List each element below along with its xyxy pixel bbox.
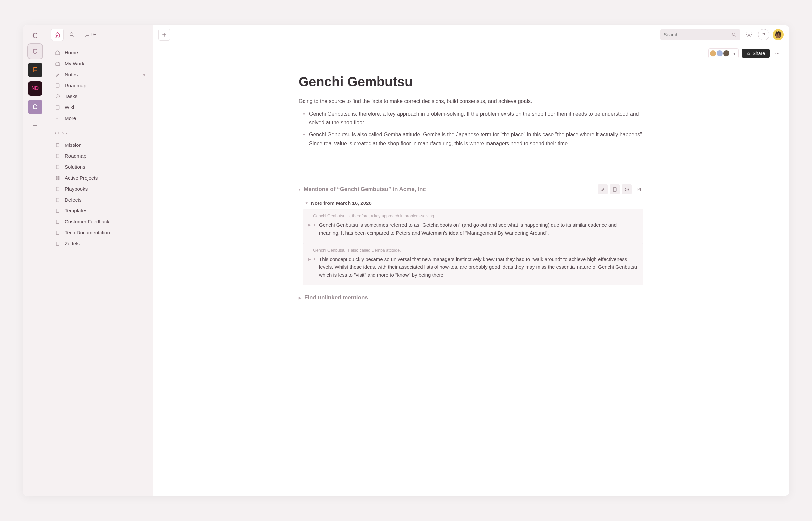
- chevron-right-icon[interactable]: ▶: [308, 223, 311, 227]
- settings-button[interactable]: [743, 29, 755, 41]
- workspace-4[interactable]: C: [28, 100, 42, 114]
- external-icon: [636, 187, 641, 192]
- chat-button[interactable]: 9+: [81, 29, 100, 41]
- unlinked-mentions-toggle[interactable]: ▶ Find unlinked mentions: [299, 294, 643, 301]
- filter-task[interactable]: [622, 184, 632, 194]
- doc-icon: [55, 241, 61, 246]
- share-button[interactable]: Share: [742, 49, 770, 58]
- pin-mission[interactable]: Mission: [47, 139, 153, 151]
- page-title[interactable]: Genchi Gembutsu: [299, 74, 643, 89]
- chevron-right-icon[interactable]: ▶: [308, 257, 311, 261]
- doc-icon: [55, 208, 61, 213]
- svg-rect-4: [56, 106, 59, 109]
- avatar-face: 🧑🏾: [774, 31, 782, 39]
- search-icon: [69, 32, 75, 38]
- search-icon: [731, 32, 737, 38]
- pin-label: Tech Documentation: [65, 230, 110, 235]
- pin-customer-feedback[interactable]: Customer Feedback: [47, 216, 153, 227]
- workspace-rail: C C F ND C: [23, 25, 47, 496]
- pin-solutions[interactable]: Solutions: [47, 161, 153, 172]
- workspace-2[interactable]: F: [28, 63, 42, 77]
- search-box[interactable]: [660, 29, 740, 41]
- svg-rect-20: [748, 53, 750, 55]
- workspace-1[interactable]: C: [28, 44, 42, 59]
- app-frame: C C F ND C 9+ Home: [23, 25, 789, 496]
- pins-label: PINS: [58, 131, 67, 135]
- grid-icon: [55, 176, 61, 180]
- mention-card[interactable]: Genchi Genbutsu is, therefore, a key app…: [302, 209, 643, 243]
- pin-defects[interactable]: Defects: [47, 194, 153, 205]
- app-logo: C: [32, 31, 38, 40]
- pin-templates[interactable]: Templates: [47, 205, 153, 216]
- pin-label: Roadmap: [65, 153, 86, 159]
- sidebar-item-wiki[interactable]: Wiki: [47, 102, 153, 113]
- bullet-item[interactable]: Genchi Genbutsu is also called Gemba att…: [309, 130, 643, 148]
- search-input[interactable]: [664, 32, 729, 38]
- bullet-item[interactable]: Genchi Genbutsu is, therefore, a key app…: [309, 110, 643, 127]
- mention-context: Genchi Genbutsu is, therefore, a key app…: [313, 214, 637, 219]
- edit-icon: [55, 72, 61, 77]
- pin-active-projects[interactable]: Active Projects: [47, 172, 153, 183]
- workspace-3[interactable]: ND: [28, 81, 42, 96]
- pin-roadmap[interactable]: Roadmap: [47, 151, 153, 161]
- doc-icon: [55, 105, 61, 110]
- doc-icon: [55, 230, 61, 235]
- pin-label: Active Projects: [65, 175, 98, 181]
- svg-rect-2: [56, 84, 59, 88]
- pin-zettels[interactable]: Zettels: [47, 238, 153, 249]
- svg-rect-13: [57, 198, 59, 202]
- sidebar-item-more[interactable]: ··· More: [47, 113, 153, 123]
- chevron-down-icon: ▾: [299, 187, 300, 191]
- mentions-filters: [598, 184, 643, 194]
- filter-edit[interactable]: [598, 184, 608, 194]
- sidebar-item-home[interactable]: Home: [47, 47, 153, 58]
- share-label: Share: [753, 51, 765, 56]
- home-button[interactable]: [51, 29, 63, 41]
- collaborator-count: 5: [732, 51, 735, 56]
- sidebar-pins: Mission Roadmap Solutions Active Project…: [47, 137, 153, 252]
- intro-paragraph[interactable]: Going to the source to find the facts to…: [299, 97, 643, 106]
- sidebar-item-notes[interactable]: Notes: [47, 69, 153, 80]
- pin-tech-documentation[interactable]: Tech Documentation: [47, 227, 153, 238]
- lock-icon: [747, 51, 751, 55]
- pin-label: Customer Feedback: [65, 219, 109, 224]
- note-heading[interactable]: ▾ Note from March 16, 2020: [306, 200, 643, 206]
- doc-icon: [55, 154, 61, 158]
- sidebar-item-mywork[interactable]: My Work: [47, 58, 153, 69]
- collaborators-pill[interactable]: 5: [708, 48, 739, 58]
- svg-point-0: [70, 33, 73, 36]
- sidebar-item-roadmap[interactable]: Roadmap: [47, 80, 153, 91]
- sidebar-nav: Home My Work Notes Roadmap Tasks Wik: [47, 44, 153, 126]
- doc-icon: [55, 165, 61, 169]
- svg-rect-5: [57, 143, 59, 147]
- filter-external[interactable]: [634, 184, 643, 194]
- pin-playbooks[interactable]: Playbooks: [47, 183, 153, 194]
- svg-rect-21: [613, 187, 616, 191]
- new-tab-button[interactable]: [158, 29, 170, 41]
- topbar: ? 🧑🏾: [153, 25, 789, 44]
- svg-rect-15: [57, 220, 59, 223]
- mention-card[interactable]: Genchi Genbutsu is also called Gemba att…: [302, 243, 643, 285]
- svg-rect-1: [56, 63, 60, 65]
- sidebar-item-label: Notes: [65, 72, 78, 77]
- more-icon: ···: [55, 115, 61, 121]
- sidebar-item-tasks[interactable]: Tasks: [47, 91, 153, 102]
- sidebar-item-label: More: [65, 115, 76, 121]
- home-icon: [55, 32, 60, 38]
- plus-icon: [33, 123, 38, 128]
- doc-icon: [55, 143, 61, 148]
- bullet-list: Genchi Genbutsu is, therefore, a key app…: [299, 110, 643, 148]
- help-button[interactable]: ?: [758, 29, 769, 41]
- add-workspace-button[interactable]: [28, 118, 42, 133]
- page-more-button[interactable]: ···: [773, 50, 782, 57]
- gear-icon: [746, 31, 752, 38]
- search-button[interactable]: [66, 29, 78, 41]
- filter-doc[interactable]: [610, 184, 620, 194]
- more-icon: ···: [775, 50, 780, 57]
- account-avatar[interactable]: 🧑🏾: [772, 29, 784, 41]
- chevron-down-icon: ▾: [306, 201, 308, 205]
- pin-label: Playbooks: [65, 186, 88, 191]
- avatar-icon: [717, 50, 723, 57]
- mentions-header[interactable]: ▾ Mentions of “Genchi Gembutsu” in Acme,…: [299, 184, 643, 194]
- svg-point-22: [625, 187, 628, 191]
